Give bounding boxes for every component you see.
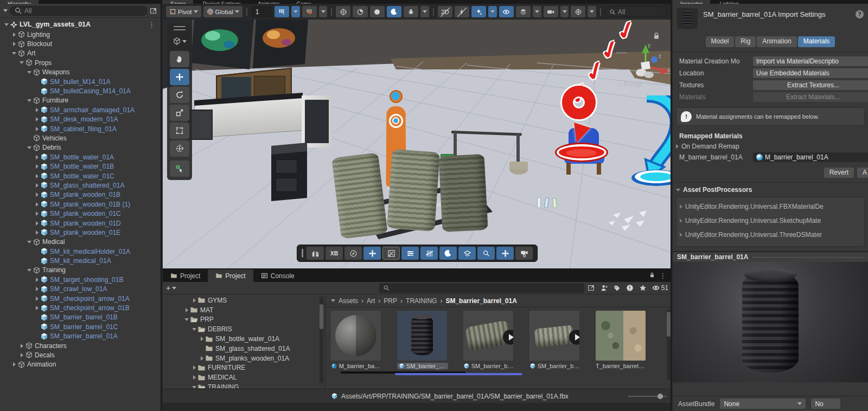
detach-window-icon[interactable] xyxy=(150,7,157,15)
camera-settings-button[interactable] xyxy=(544,6,558,17)
tab-materials[interactable]: Materials xyxy=(798,36,835,47)
folder-item[interactable]: PRP xyxy=(163,315,325,325)
hierarchy-item[interactable]: SM_checkpoint_arrow_01A xyxy=(0,294,161,303)
hierarchy-item[interactable]: SM_bottle_water_01A xyxy=(0,152,161,162)
asset-tile-texture[interactable]: T_barrier_barrel_0... xyxy=(596,311,647,369)
global-button[interactable]: Global xyxy=(203,6,242,17)
pivot-button[interactable]: Pivot xyxy=(166,6,201,17)
transform-tool-button[interactable] xyxy=(170,140,189,157)
barrel-prop[interactable] xyxy=(331,152,388,239)
breadcrumb-item[interactable]: Art xyxy=(367,297,375,305)
tab-project-1[interactable]: Project xyxy=(163,269,208,282)
overlay-layers-button[interactable] xyxy=(458,247,476,260)
postprocessor-item[interactable]: UnityEditor.Rendering.Universal.Sketchup… xyxy=(680,214,864,228)
asset-tile-material[interactable]: M_barrier_barr... xyxy=(331,311,382,369)
hierarchy-item[interactable]: SM_desk_modern_01A xyxy=(0,115,161,124)
postprocessor-item[interactable]: UnityEditor.Rendering.Universal.ThreeDSM… xyxy=(680,228,864,242)
breadcrumb-current[interactable]: SM_barrier_barrel_01A xyxy=(445,297,516,305)
shading-mode-button[interactable] xyxy=(353,6,367,17)
grid-size-field[interactable]: 1 xyxy=(251,6,272,17)
asset-tile-model-selected[interactable]: SM_barrier_ba... xyxy=(397,311,448,369)
lock-icon[interactable] xyxy=(649,272,655,280)
hierarchy-item[interactable]: Blockout xyxy=(0,39,161,48)
hierarchy-item[interactable]: Debris xyxy=(0,143,161,152)
persp-label[interactable]: < Persp xyxy=(617,80,642,88)
asset-postprocessors-foldout[interactable]: Asset PostProcessors xyxy=(673,183,868,195)
preview-header[interactable]: SM_barrier_barrel_01A xyxy=(673,251,868,262)
camera-dropdown[interactable] xyxy=(560,6,569,17)
folder-item[interactable]: GYMS xyxy=(163,296,325,305)
draw-mode-button[interactable] xyxy=(336,6,350,17)
breadcrumb-item[interactable]: Assets xyxy=(339,297,358,305)
grid-snap-dropdown[interactable] xyxy=(291,6,300,17)
hierarchy-item[interactable]: SM_kit_medicalHolder_01A xyxy=(0,247,161,256)
hierarchy-item[interactable]: SM_plank_wooden_01C xyxy=(0,209,161,218)
debug-dropdown[interactable] xyxy=(420,6,429,17)
overlay-drag-handle[interactable] xyxy=(174,26,186,27)
desk-prop[interactable] xyxy=(200,72,308,142)
create-asset-button[interactable]: + xyxy=(166,284,176,292)
folder-tree-scrollbar[interactable] xyxy=(320,297,323,383)
view-tool-button[interactable] xyxy=(170,51,189,67)
asset-grid-vscrollbar[interactable] xyxy=(667,310,671,380)
gizmos-dropdown[interactable] xyxy=(588,6,596,17)
revert-button[interactable]: Revert xyxy=(824,168,854,178)
tab-project-2[interactable]: Project xyxy=(208,269,253,282)
hierarchy-item[interactable]: SM_plank_wooden_01D xyxy=(0,219,161,228)
breadcrumb-item[interactable]: TRAINING xyxy=(406,297,437,305)
hierarchy-item[interactable]: SM_barrier_barrel_01A xyxy=(0,332,161,341)
2d-toggle[interactable]: 2D xyxy=(438,6,452,17)
hierarchy-item[interactable]: SM_barrier_barrel_01C xyxy=(0,322,161,331)
gizmos-button[interactable] xyxy=(571,6,585,17)
tab-model[interactable]: Model xyxy=(706,36,735,47)
hierarchy-item[interactable]: SM_crawl_low_01A xyxy=(0,285,161,294)
hierarchy-item[interactable]: Animation xyxy=(0,360,161,369)
tab-animation[interactable]: Animation xyxy=(757,36,796,47)
more-icon[interactable]: ⋮ xyxy=(660,272,666,280)
hierarchy-item[interactable]: Lighting xyxy=(0,30,161,39)
hierarchy-dropdown-icon[interactable] xyxy=(3,9,8,12)
asset-grid-scrollbar-thumb[interactable] xyxy=(395,373,522,375)
tab-animator[interactable]: Animator xyxy=(250,0,287,4)
scene-viewport[interactable]: ✓ ✓ ✓ ✓ xyxy=(163,20,672,268)
hierarchy-item[interactable]: Art xyxy=(0,49,161,58)
hierarchy-item[interactable]: SM_barrier_barrel_01B xyxy=(0,313,161,322)
custom-tool-button[interactable] xyxy=(170,160,189,177)
location-dropdown[interactable]: Use Embedded Materials xyxy=(753,68,868,78)
rect-tool-button[interactable] xyxy=(170,123,189,139)
extract-textures-button[interactable]: Extract Textures... xyxy=(753,80,868,90)
hierarchy-search-input[interactable]: All xyxy=(10,6,148,16)
increment-snap-button[interactable] xyxy=(302,6,317,17)
on-demand-remap-foldout[interactable]: On Demand Remap xyxy=(673,141,868,151)
tool-settings-button[interactable] xyxy=(170,33,189,49)
detach-window-icon[interactable] xyxy=(588,284,595,292)
barrel-prop[interactable] xyxy=(387,149,440,232)
scene-search-input[interactable]: All xyxy=(605,7,667,17)
visibility-count[interactable]: 51 xyxy=(652,284,668,292)
folder-item[interactable]: FURNITURE xyxy=(163,363,325,373)
hierarchy-item[interactable]: Decals xyxy=(0,350,161,359)
overlay-clip-button[interactable] xyxy=(382,247,400,260)
overlay-sliders-button[interactable] xyxy=(401,247,419,260)
hierarchy-item[interactable]: Props xyxy=(0,58,161,67)
debug-button[interactable] xyxy=(404,6,418,17)
hierarchy-item[interactable]: Furniture xyxy=(0,96,161,105)
move-tool-button[interactable] xyxy=(170,69,189,85)
folder-item[interactable]: TRAINING xyxy=(163,382,325,388)
folder-item[interactable]: SM_glass_shattered_01A xyxy=(163,344,325,354)
overlay-drag-handle[interactable] xyxy=(302,249,303,258)
hierarchy-item[interactable]: SM_plank_wooden_01B xyxy=(0,190,161,200)
breadcrumb-item[interactable]: PRP xyxy=(384,297,397,305)
tab-lighting[interactable]: Lighting xyxy=(712,0,746,4)
folder-item[interactable]: MEDICAL xyxy=(163,373,325,382)
tab-game[interactable]: Game xyxy=(289,0,318,4)
hierarchy-item[interactable]: SM_glass_shattered_01A xyxy=(0,181,161,190)
folder-item[interactable]: MAT xyxy=(163,305,325,315)
postprocessor-item[interactable]: UnityEditor.Rendering.Universal.Autodesk… xyxy=(680,242,864,247)
audio-toggle[interactable] xyxy=(455,6,469,17)
overlay-compass-button[interactable] xyxy=(344,247,362,260)
hierarchy-item[interactable]: SM_bottle_water_01C xyxy=(0,171,161,181)
filing-cabinet-prop[interactable] xyxy=(271,149,307,200)
wireframe-button[interactable] xyxy=(370,6,385,17)
project-search-input[interactable] xyxy=(379,284,584,293)
